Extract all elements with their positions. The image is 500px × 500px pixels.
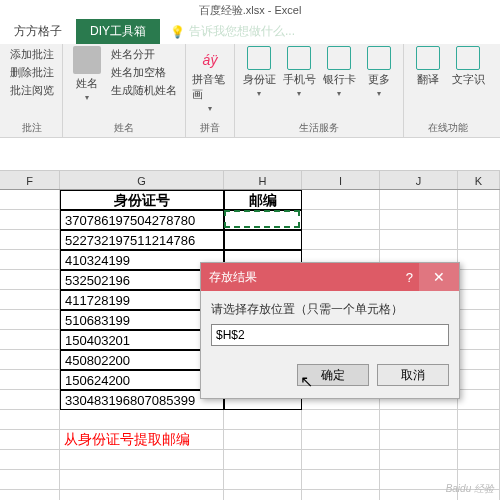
bank-button[interactable]: 银行卡▾ [321,46,357,98]
cell[interactable] [0,330,60,350]
cell[interactable] [302,210,380,230]
chevron-down-icon: ▾ [85,93,89,102]
cell[interactable] [0,210,60,230]
cell[interactable] [458,210,500,230]
cell[interactable] [0,450,60,470]
name-random-button[interactable]: 生成随机姓名 [109,82,179,99]
cell[interactable] [224,230,302,250]
cell[interactable] [0,390,60,410]
ocr-button[interactable]: 文字识 [450,46,486,87]
cell[interactable]: 身份证号 [60,190,224,210]
cell[interactable] [380,450,458,470]
cell[interactable] [224,450,302,470]
cell[interactable] [0,370,60,390]
col-header-f[interactable]: F [0,171,60,189]
cell[interactable] [302,490,380,500]
cell[interactable]: 从身份证号提取邮编 [60,430,224,450]
cell[interactable] [302,430,380,450]
cell[interactable] [458,370,500,390]
cell[interactable] [60,470,224,490]
cell[interactable] [458,410,500,430]
cell[interactable] [380,410,458,430]
tab-diy[interactable]: DIY工具箱 [76,19,160,44]
cell[interactable] [60,450,224,470]
name-button[interactable]: 姓名 ▾ [69,46,105,102]
cell[interactable] [458,450,500,470]
dialog-prompt: 请选择存放位置（只需一个单元格） [211,301,449,318]
cell[interactable] [0,490,60,500]
cell[interactable] [0,270,60,290]
phone-button[interactable]: 手机号▾ [281,46,317,98]
cell[interactable]: 370786197504278780 [60,210,224,230]
cell[interactable] [224,410,302,430]
tell-me-box[interactable]: 💡 告诉我您想做什么... [160,19,305,44]
cell[interactable] [302,410,380,430]
cell[interactable] [0,250,60,270]
cell[interactable] [0,410,60,430]
cell[interactable] [380,430,458,450]
add-comment-button[interactable]: 添加批注 [8,46,56,63]
cell[interactable] [0,290,60,310]
pinyin-button[interactable]: áÿ 拼音笔画 ▾ [192,46,228,113]
group-comments-label: 批注 [22,121,42,135]
cell-ref-input[interactable] [211,324,449,346]
delete-comment-button[interactable]: 删除批注 [8,64,56,81]
cancel-button[interactable]: 取消 [377,364,449,386]
name-split-button[interactable]: 姓名分开 [109,46,179,63]
cell[interactable] [458,390,500,410]
cell[interactable] [302,230,380,250]
cell[interactable] [458,430,500,450]
cell[interactable] [458,190,500,210]
cell[interactable] [302,470,380,490]
cell[interactable] [60,490,224,500]
phone-icon [287,46,311,70]
help-icon[interactable]: ? [400,270,419,285]
col-header-g[interactable]: G [60,171,224,189]
cell[interactable] [0,470,60,490]
cell[interactable] [380,210,458,230]
id-button[interactable]: 身份证▾ [241,46,277,98]
more-button[interactable]: 更多▾ [361,46,397,98]
tell-me-label: 告诉我您想做什么... [189,23,295,40]
cell[interactable] [380,190,458,210]
cell[interactable]: 522732197511214786 [60,230,224,250]
cell[interactable] [380,230,458,250]
cell[interactable] [224,430,302,450]
translate-button[interactable]: 翻译 [410,46,446,87]
dialog-title-text: 存放结果 [209,269,257,286]
cell[interactable] [458,230,500,250]
id-label: 身份证 [243,72,276,87]
cell[interactable] [458,350,500,370]
cell[interactable] [0,190,60,210]
more-label: 更多 [368,72,390,87]
close-icon[interactable]: ✕ [419,263,459,291]
cell[interactable] [302,190,380,210]
cell[interactable] [224,490,302,500]
cell[interactable] [0,230,60,250]
col-header-j[interactable]: J [380,171,458,189]
cell[interactable] [224,470,302,490]
cell[interactable] [60,410,224,430]
chevron-down-icon: ▾ [297,89,301,98]
cell[interactable] [458,310,500,330]
dialog-titlebar[interactable]: 存放结果 ? ✕ [201,263,459,291]
cell[interactable] [302,450,380,470]
read-comment-button[interactable]: 批注阅览 [8,82,56,99]
cell[interactable] [0,310,60,330]
cell[interactable] [458,250,500,270]
translate-icon [416,46,440,70]
ok-button[interactable]: 确定 [297,364,369,386]
cell[interactable] [0,430,60,450]
cell[interactable] [458,270,500,290]
col-header-i[interactable]: I [302,171,380,189]
cell[interactable] [0,350,60,370]
col-header-h[interactable]: H [224,171,302,189]
cell[interactable]: 邮编 [224,190,302,210]
col-header-k[interactable]: K [458,171,500,189]
name-space-button[interactable]: 姓名加空格 [109,64,179,81]
group-names-label: 姓名 [114,121,134,135]
cell[interactable] [458,290,500,310]
cell[interactable] [224,210,302,230]
cell[interactable] [458,330,500,350]
tab-square[interactable]: 方方格子 [0,19,76,44]
